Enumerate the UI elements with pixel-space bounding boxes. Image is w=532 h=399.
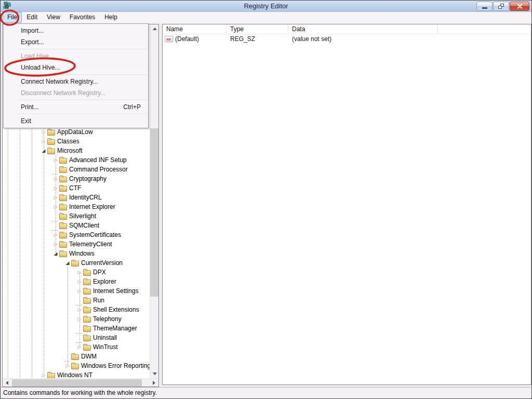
- menu-bar: FileEditViewFavoritesHelp: [1, 12, 531, 23]
- tree-item-label: IdentityCRL: [69, 194, 102, 201]
- folder-icon: [59, 158, 67, 164]
- help-menubar-item[interactable]: Help: [100, 12, 122, 23]
- connect-network-registry-menu-item[interactable]: Connect Network Registry...: [4, 76, 148, 87]
- view-menubar-item[interactable]: View: [42, 12, 65, 23]
- scroll-down-button[interactable]: [150, 369, 159, 378]
- tree-item-explorer[interactable]: ▷Explorer: [76, 277, 116, 286]
- load-hive-menu-item: Load Hive...: [4, 50, 148, 62]
- tree-horizontal-scrollbar[interactable]: [3, 378, 158, 387]
- tree-item-systemcertificates[interactable]: ▷SystemCertificates: [52, 230, 121, 240]
- tree-item-telephony[interactable]: ▷Telephony: [76, 314, 122, 324]
- expand-collapsed-icon[interactable]: ▷: [41, 127, 47, 137]
- expand-collapsed-icon[interactable]: ▷: [76, 277, 83, 286]
- import-menu-item[interactable]: Import...: [4, 25, 148, 36]
- tree-item-classes[interactable]: ▷Classes: [41, 137, 79, 146]
- tree-item-label: SystemCertificates: [69, 231, 121, 238]
- tree-item-wintrust[interactable]: ▷WinTrust: [76, 342, 118, 352]
- folder-icon: [83, 289, 91, 295]
- tree-item-label: TelemetryClient: [69, 241, 112, 248]
- tree-item-shell-extensions[interactable]: ▷Shell Extensions: [76, 305, 139, 314]
- tree-item-dwm[interactable]: DWM: [64, 352, 97, 361]
- edit-menubar-item[interactable]: Edit: [22, 12, 42, 23]
- tree-item-label: Windows Error Reporting: [81, 362, 151, 369]
- horizontal-scroll-thumb[interactable]: [12, 379, 142, 387]
- export-menu-item[interactable]: Export...: [4, 36, 148, 48]
- menu-separator: [18, 114, 147, 114]
- expand-collapsed-icon[interactable]: ▷: [52, 230, 59, 240]
- menu-item-label: Import...: [21, 25, 44, 36]
- tree-item-internet-settings[interactable]: ▷Internet Settings: [76, 286, 138, 296]
- folder-icon: [71, 261, 79, 267]
- tree-item-label: Cryptography: [69, 175, 107, 182]
- tree-item-label: Internet Explorer: [69, 203, 115, 210]
- tree-item-run[interactable]: Run: [76, 296, 104, 305]
- print-menu-item[interactable]: Print...Ctrl+P: [4, 101, 148, 113]
- favorites-menubar-item[interactable]: Favorites: [65, 12, 100, 23]
- expand-collapsed-icon[interactable]: ▷: [52, 193, 59, 202]
- folder-icon: [59, 251, 67, 257]
- tree-item-windows[interactable]: ◢Windows: [52, 249, 95, 258]
- tree-item-ctf[interactable]: ▷CTF: [52, 183, 81, 193]
- menu-item-label: Disconnect Network Registry...: [21, 87, 105, 99]
- tree-item-label: ThemeManager: [93, 325, 137, 332]
- column-header-data[interactable]: Data: [288, 24, 438, 34]
- expand-collapsed-icon[interactable]: ▷: [52, 174, 59, 183]
- scroll-right-button[interactable]: [150, 379, 158, 387]
- expand-collapsed-icon[interactable]: ▷: [76, 342, 83, 352]
- tree-item-command-processor[interactable]: Command Processor: [52, 165, 128, 174]
- title-bar[interactable]: Registry Editor: [1, 1, 531, 12]
- value-row-default[interactable]: ab (Default) REG_SZ (value not set): [163, 34, 531, 44]
- tree-item-thememanager[interactable]: ThemeManager: [76, 324, 137, 333]
- tree-item-label: CurrentVersion: [81, 259, 123, 267]
- expand-collapsed-icon[interactable]: ▷: [52, 155, 59, 165]
- tree-item-internet-explorer[interactable]: ▷Internet Explorer: [52, 202, 115, 211]
- tree-vertical-scrollbar[interactable]: [150, 24, 158, 378]
- tree-item-windows-error-reporting[interactable]: ▷Windows Error Reporting: [64, 361, 151, 370]
- minimize-button[interactable]: [476, 2, 493, 11]
- expand-collapsed-icon[interactable]: ▷: [52, 183, 59, 193]
- column-header-type[interactable]: Type: [227, 24, 288, 34]
- expand-collapsed-icon[interactable]: ▷: [52, 240, 59, 249]
- tree-item-telemetryclient[interactable]: ▷TelemetryClient: [52, 240, 112, 249]
- tree-item-label: CTF: [69, 184, 81, 192]
- tree-item-uninstall[interactable]: Uninstall: [76, 333, 117, 342]
- expand-collapsed-icon[interactable]: ▷: [64, 361, 71, 370]
- expand-expanded-icon[interactable]: ◢: [41, 146, 47, 155]
- expand-collapsed-icon[interactable]: ▷: [76, 314, 83, 324]
- tree-item-silverlight[interactable]: Silverlight: [52, 211, 96, 221]
- tree-item-cryptography[interactable]: ▷Cryptography: [52, 174, 107, 183]
- folder-icon: [59, 214, 67, 220]
- registry-values-pane[interactable]: Name Type Data ab (Default) REG_SZ (valu…: [162, 24, 531, 385]
- expand-collapsed-icon[interactable]: ▷: [76, 268, 83, 277]
- unload-hive-menu-item[interactable]: Unload Hive...: [4, 62, 148, 73]
- expand-collapsed-icon[interactable]: ▷: [52, 202, 59, 211]
- expand-expanded-icon[interactable]: ◢: [52, 249, 59, 258]
- close-button[interactable]: [510, 2, 529, 11]
- folder-icon: [71, 364, 79, 369]
- expand-collapsed-icon[interactable]: ▷: [76, 286, 83, 296]
- file-menubar-item[interactable]: File: [3, 12, 22, 23]
- scroll-up-button[interactable]: [150, 24, 159, 33]
- folder-icon: [83, 317, 91, 323]
- folder-icon: [59, 242, 67, 248]
- tree-item-identitycrl[interactable]: ▷IdentityCRL: [52, 193, 102, 202]
- minimize-icon: [482, 7, 487, 9]
- expand-collapsed-icon[interactable]: ▷: [76, 305, 83, 314]
- expand-collapsed-icon[interactable]: ▷: [41, 137, 47, 146]
- tree-guide-line: [8, 108, 8, 378]
- restore-button[interactable]: [493, 2, 509, 11]
- expand-expanded-icon[interactable]: ◢: [64, 258, 71, 268]
- tree-item-currentversion[interactable]: ◢CurrentVersion: [64, 258, 123, 268]
- folder-icon: [47, 130, 55, 136]
- exit-menu-item[interactable]: Exit: [4, 115, 148, 127]
- column-header-name[interactable]: Name: [163, 24, 227, 34]
- tree-item-label: AppDataLow: [57, 128, 93, 136]
- tree-item-sqmclient[interactable]: SQMClient: [52, 221, 99, 230]
- scroll-left-button[interactable]: [3, 379, 11, 387]
- tree-item-microsoft[interactable]: ◢Microsoft: [41, 146, 83, 155]
- tree-item-dpx[interactable]: ▷DPX: [76, 268, 106, 277]
- tree-item-advanced-inf-setup[interactable]: ▷Advanced INF Setup: [52, 155, 127, 165]
- folder-icon: [59, 177, 67, 182]
- tree-item-appdatalow[interactable]: ▷AppDataLow: [41, 127, 93, 137]
- vertical-scroll-thumb[interactable]: [150, 128, 158, 297]
